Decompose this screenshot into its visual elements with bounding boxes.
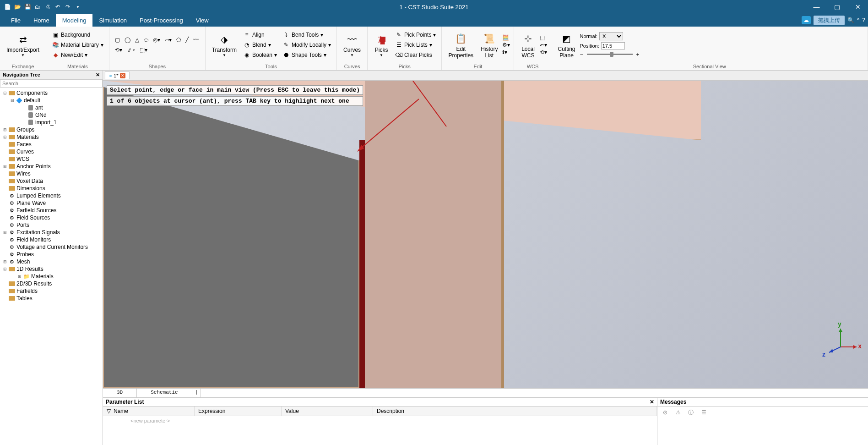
file-tab-close[interactable]: ✕ <box>120 73 125 78</box>
position-input[interactable] <box>601 42 625 49</box>
tree-lumped-elements[interactable]: ⚙Lumped Elements <box>0 192 103 199</box>
align-button[interactable]: ≡Align <box>241 30 279 39</box>
msg-error-icon[interactable]: ⊘ <box>661 408 669 417</box>
slider-plus[interactable]: + <box>636 51 640 58</box>
tree-groups[interactable]: ⊞Groups <box>0 126 103 133</box>
tree-plane-wave[interactable]: ⚙Plane Wave <box>0 199 103 207</box>
history-list-button[interactable]: 📜 History List <box>478 29 500 60</box>
minimize-button[interactable]: — <box>806 0 827 14</box>
tree-faces[interactable]: Faces <box>0 141 103 148</box>
picks-button[interactable]: ⁒■ Picks ▼ <box>371 30 391 59</box>
menu-postprocessing[interactable]: Post-Processing <box>133 14 190 27</box>
cloud-icon[interactable]: ☁ <box>802 16 811 24</box>
close-button[interactable]: ✕ <box>847 0 868 14</box>
background-button[interactable]: ▣Background <box>50 30 105 39</box>
clear-picks-button[interactable]: ⌫Clear Picks <box>393 50 438 60</box>
shape-ext-icon[interactable]: ▱▾ <box>165 37 172 43</box>
shape-rot-icon[interactable]: ⟲▾ <box>115 47 122 53</box>
new-edit-button[interactable]: ◆New/Edit ▾ <box>50 50 105 60</box>
open-icon[interactable]: 📂 <box>14 3 21 11</box>
saveall-icon[interactable]: 🗂 <box>34 3 41 11</box>
blend-button[interactable]: ◔Blend ▾ <box>241 40 279 49</box>
transform-button[interactable]: ⬗ Transform ▼ <box>209 30 239 59</box>
col-expression[interactable]: Expression <box>195 407 282 416</box>
menu-view[interactable]: View <box>190 14 215 27</box>
tree-farfields[interactable]: Farfields <box>0 287 103 295</box>
search-input[interactable] <box>0 80 102 87</box>
local-wcs-button[interactable]: ⊹ Local WCS <box>518 29 538 60</box>
normal-select[interactable]: X <box>599 32 623 40</box>
position-slider[interactable] <box>587 54 633 55</box>
slider-minus[interactable]: − <box>580 51 583 58</box>
shape-cyl-icon[interactable]: ⬭ <box>144 37 148 43</box>
redo-icon[interactable]: ↷ <box>64 3 71 11</box>
boolean-button[interactable]: ◉Boolean ▾ <box>241 50 279 60</box>
search-icon[interactable]: 🔍 <box>847 17 854 23</box>
tree-voxel-data[interactable]: Voxel Data <box>0 177 103 185</box>
wcs-tool3-icon[interactable]: ⟲▾ <box>540 49 547 55</box>
tree-wires[interactable]: Wires <box>0 170 103 177</box>
tree-tables[interactable]: Tables <box>0 295 103 302</box>
viewport-3d[interactable]: Select point, edge or face in main view … <box>103 81 868 388</box>
pick-points-button[interactable]: ✎Pick Points ▾ <box>393 30 438 39</box>
menu-modeling[interactable]: Modeling <box>56 14 93 27</box>
help-up-icon[interactable]: ^ <box>857 17 860 23</box>
menu-simulation[interactable]: Simulation <box>92 14 133 27</box>
tree-import1[interactable]: import_1 <box>0 119 103 126</box>
tree-wcs[interactable]: WCS <box>0 155 103 163</box>
cutting-plane-button[interactable]: ◩ Cutting Plane <box>555 29 578 60</box>
wcs-tool2-icon[interactable]: ⤺▾ <box>540 42 547 48</box>
tree-dimensions[interactable]: Dimensions <box>0 185 103 192</box>
info-icon[interactable]: ℹ▾ <box>502 49 510 55</box>
msg-filter-icon[interactable]: ☰ <box>700 408 708 417</box>
upload-button[interactable]: 拖拽上传 <box>814 16 845 25</box>
tree-ant[interactable]: ant <box>0 104 103 111</box>
edit-properties-button[interactable]: 📋 Edit Properties <box>445 29 476 60</box>
menu-file[interactable]: File <box>5 14 27 27</box>
material-library-button[interactable]: 📚Material Library ▾ <box>50 40 105 49</box>
tree-1d-results[interactable]: ⊞1D Results <box>0 265 103 273</box>
undo-icon[interactable]: ↶ <box>54 3 61 11</box>
tree-excitation-signals[interactable]: ⊞⚙Excitation Signals <box>0 229 103 236</box>
menu-home[interactable]: Home <box>27 14 56 27</box>
bend-tools-button[interactable]: ⤵Bend Tools ▾ <box>281 30 333 39</box>
tree-anchor-points[interactable]: ⊞Anchor Points <box>0 163 103 170</box>
shape-spline-icon[interactable]: 〰 <box>193 37 199 43</box>
tree-probes[interactable]: ⚙Probes <box>0 251 103 258</box>
tree-mesh[interactable]: ⊞⚙Mesh <box>0 258 103 265</box>
shape-cone-icon[interactable]: △ <box>135 37 139 43</box>
filter-icon[interactable]: ▽ <box>107 408 111 414</box>
view-tab-schematic[interactable]: Schematic <box>137 389 192 397</box>
tree-gnd[interactable]: GNd <box>0 111 103 119</box>
paramlist-close-icon[interactable]: ✕ <box>650 399 654 405</box>
tree-ports[interactable]: ⚙Ports <box>0 221 103 229</box>
param-icon[interactable]: ⚙▾ <box>502 42 510 48</box>
shape-poly-icon[interactable]: ⬠ <box>176 37 181 43</box>
import-export-button[interactable]: ⇄ Import/Export ▼ <box>4 30 42 59</box>
tree-curves[interactable]: Curves <box>0 148 103 155</box>
tree-materials[interactable]: ⊞Materials <box>0 133 103 141</box>
tree-farfield-sources[interactable]: ⚙Farfield Sources <box>0 207 103 214</box>
save-icon[interactable]: 💾 <box>24 3 31 11</box>
calc-icon[interactable]: 🧮 <box>502 34 510 41</box>
tree-field-monitors[interactable]: ⚙Field Monitors <box>0 236 103 243</box>
shape-brick-icon[interactable]: ▢ <box>115 37 120 43</box>
shape-sphere-icon[interactable]: ◯ <box>125 37 130 43</box>
col-name[interactable]: Name <box>114 408 128 414</box>
help-icon[interactable]: ? <box>862 17 865 23</box>
wcs-tool1-icon[interactable]: ⬚ <box>540 34 547 41</box>
tree-voltage-and-current-monitors[interactable]: ⚙Voltage and Current Monitors <box>0 243 103 251</box>
msg-warn-icon[interactable]: ⚠ <box>674 408 682 417</box>
print-icon[interactable]: 🖨 <box>44 3 51 11</box>
tree-2d-3d-results[interactable]: 2D/3D Results <box>0 280 103 287</box>
pick-lists-button[interactable]: ☰Pick Lists ▾ <box>393 40 438 49</box>
nav-close-icon[interactable]: ✕ <box>96 72 100 78</box>
col-description[interactable]: Description <box>373 407 657 416</box>
new-parameter-row[interactable]: <new parameter> <box>103 416 657 425</box>
maximize-button[interactable]: ▢ <box>827 0 847 14</box>
msg-info-icon[interactable]: ⓘ <box>687 408 695 417</box>
tree-default[interactable]: ⊟🔷default <box>0 97 103 104</box>
file-tab[interactable]: ≈ 1* ✕ <box>105 71 130 79</box>
shape-tools-button[interactable]: ⬣Shape Tools ▾ <box>281 50 333 60</box>
modify-locally-button[interactable]: ✎Modify Locally ▾ <box>281 40 333 49</box>
